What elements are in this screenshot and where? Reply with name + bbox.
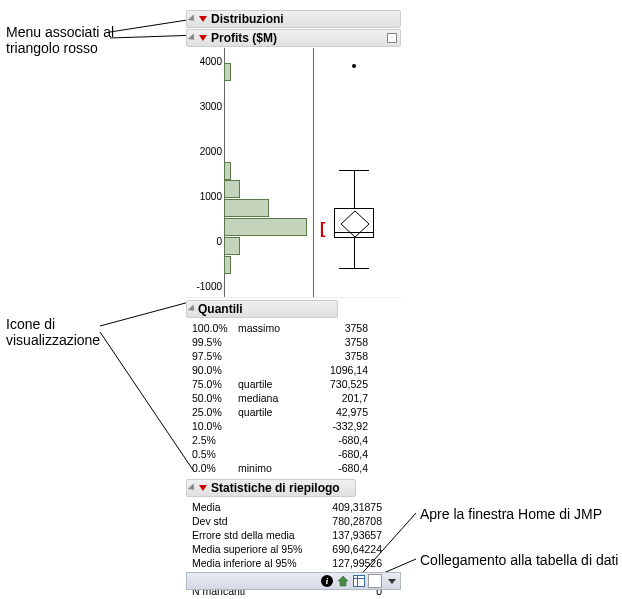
disclosure-icon[interactable] xyxy=(188,304,197,313)
popout-icon[interactable] xyxy=(387,33,397,43)
quantile-value: 42,975 xyxy=(298,405,368,419)
quantile-value: -680,4 xyxy=(298,447,368,461)
disclosure-icon[interactable] xyxy=(188,483,197,492)
y-tick: 2000 xyxy=(200,146,222,157)
dropdown-arrow-icon[interactable] xyxy=(384,574,398,588)
distributions-title: Distribuzioni xyxy=(211,12,284,26)
quantile-value: 730,525 xyxy=(298,377,368,391)
summary-label: Dev std xyxy=(192,514,322,528)
summary-header[interactable]: Statistiche di riepilogo xyxy=(186,479,356,497)
red-triangle-icon[interactable] xyxy=(199,16,207,22)
table-row: 25.0%quartile42,975 xyxy=(192,405,395,419)
summary-value: 690,64224 xyxy=(322,542,382,556)
quantile-value: -680,4 xyxy=(298,461,368,475)
profits-header[interactable]: Profits ($M) xyxy=(186,29,401,47)
quantile-pct: 50.0% xyxy=(192,391,238,405)
quantile-label: quartile xyxy=(238,405,298,419)
status-bar: i xyxy=(186,572,401,590)
table-row: Dev std780,28708 xyxy=(192,514,395,528)
y-tick: -1000 xyxy=(196,281,222,292)
quantile-pct: 100.0% xyxy=(192,321,238,335)
quantile-label: quartile xyxy=(238,377,298,391)
quantile-label xyxy=(238,419,298,433)
table-row: Media inferiore al 95%127,99526 xyxy=(192,556,395,570)
quantile-value: 3758 xyxy=(298,335,368,349)
box xyxy=(334,208,374,238)
svg-marker-7 xyxy=(338,576,348,586)
table-row: 90.0%1096,14 xyxy=(192,363,395,377)
quantile-label: massimo xyxy=(238,321,298,335)
quantile-value: 201,7 xyxy=(298,391,368,405)
summary-value: 137,93657 xyxy=(322,528,382,542)
distributions-header[interactable]: Distribuzioni xyxy=(186,10,401,28)
info-icon[interactable]: i xyxy=(320,574,334,588)
red-triangle-icon[interactable] xyxy=(199,35,207,41)
red-triangle-icon[interactable] xyxy=(199,485,207,491)
y-tick: 3000 xyxy=(200,101,222,112)
quantile-label xyxy=(238,433,298,447)
annotation-home-window: Apre la finestra Home di JMP xyxy=(420,506,602,522)
quantile-pct: 97.5% xyxy=(192,349,238,363)
summary-label: Media xyxy=(192,500,322,514)
quantiles-header[interactable]: Quantili xyxy=(186,300,338,318)
density-bracket-icon: [ xyxy=(320,220,325,238)
quantile-label xyxy=(238,349,298,363)
quantile-value: 3758 xyxy=(298,321,368,335)
quantile-pct: 90.0% xyxy=(192,363,238,377)
quantile-label xyxy=(238,363,298,377)
quantile-pct: 99.5% xyxy=(192,335,238,349)
annotation-table-link: Collegamento alla tabella di dati xyxy=(420,552,618,568)
table-row: 97.5%3758 xyxy=(192,349,395,363)
report-panel: Distribuzioni Profits ($M) 4000 3000 200… xyxy=(186,10,401,599)
quantile-value: -332,92 xyxy=(298,419,368,433)
summary-label: Errore std della media xyxy=(192,528,322,542)
histogram[interactable] xyxy=(224,48,314,297)
view-box[interactable] xyxy=(368,574,382,588)
mean-diamond-icon xyxy=(335,209,375,239)
summary-value: 780,28708 xyxy=(322,514,382,528)
summary-label: Media superiore al 95% xyxy=(192,542,322,556)
quantile-pct: 25.0% xyxy=(192,405,238,419)
quantile-label xyxy=(238,447,298,461)
quantile-pct: 0.0% xyxy=(192,461,238,475)
chart-area: 4000 3000 2000 1000 0 -1000 xyxy=(186,48,401,298)
table-link-icon[interactable] xyxy=(352,574,366,588)
summary-label: Media inferiore al 95% xyxy=(192,556,322,570)
quantile-value: -680,4 xyxy=(298,433,368,447)
table-row: Media409,31875 xyxy=(192,500,395,514)
disclosure-icon[interactable] xyxy=(188,33,197,42)
quantile-pct: 10.0% xyxy=(192,419,238,433)
quantile-value: 1096,14 xyxy=(298,363,368,377)
table-row: 99.5%3758 xyxy=(192,335,395,349)
outlier-point xyxy=(352,64,356,68)
disclosure-icon[interactable] xyxy=(188,14,197,23)
quantile-label: mediana xyxy=(238,391,298,405)
svg-line-3 xyxy=(100,332,193,470)
summary-value: 409,31875 xyxy=(322,500,382,514)
quantiles-table: 100.0%massimo375899.5%375897.5%375890.0%… xyxy=(186,319,401,477)
table-row: 100.0%massimo3758 xyxy=(192,321,395,335)
summary-value: 127,99526 xyxy=(322,556,382,570)
y-axis: 4000 3000 2000 1000 0 -1000 xyxy=(190,48,224,297)
y-tick: 4000 xyxy=(200,56,222,67)
home-icon[interactable] xyxy=(336,574,350,588)
table-row: Errore std della media137,93657 xyxy=(192,528,395,542)
table-row: 75.0%quartile730,525 xyxy=(192,377,395,391)
quantiles-title: Quantili xyxy=(198,302,243,316)
profits-title: Profits ($M) xyxy=(211,31,277,45)
quantile-value: 3758 xyxy=(298,349,368,363)
table-row: 2.5%-680,4 xyxy=(192,433,395,447)
quantile-pct: 2.5% xyxy=(192,433,238,447)
annotation-disclosure-icons: Icone di visualizzazione xyxy=(6,316,136,348)
table-row: 0.0%minimo-680,4 xyxy=(192,461,395,475)
annotation-red-triangle: Menu associati al triangolo rosso xyxy=(6,24,136,56)
quantile-label xyxy=(238,335,298,349)
y-tick: 0 xyxy=(216,236,222,247)
quantile-pct: 0.5% xyxy=(192,447,238,461)
summary-title: Statistiche di riepilogo xyxy=(211,481,340,495)
table-row: 50.0%mediana201,7 xyxy=(192,391,395,405)
table-row: 10.0%-332,92 xyxy=(192,419,395,433)
quantile-label: minimo xyxy=(238,461,298,475)
boxplot[interactable]: [ xyxy=(314,48,394,297)
table-row: 0.5%-680,4 xyxy=(192,447,395,461)
